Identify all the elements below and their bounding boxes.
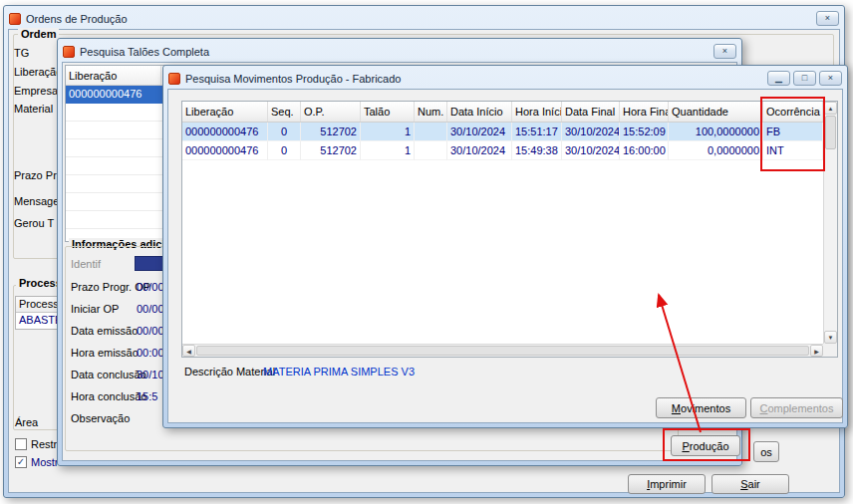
window-title-ordens: Ordens de Produção — [26, 13, 128, 25]
close-icon[interactable]: × — [819, 71, 842, 86]
label-liberacao: Liberação — [14, 66, 62, 78]
descricao-material-value: MATERIA PRIMA SIMPLES V3 — [263, 366, 415, 378]
restricao-checkbox-label[interactable]: Restr — [31, 438, 57, 450]
label-data-emissao: Data emissão — [71, 325, 138, 337]
titlebar-taloes[interactable]: Pesquisa Talões Completa × — [63, 42, 736, 61]
horizontal-scroll-thumb[interactable] — [196, 346, 809, 356]
value-data-conclusao: 30/10 — [137, 369, 164, 380]
scroll-up-icon[interactable]: ▲ — [824, 102, 837, 115]
column-header-data-final[interactable]: Data Final — [562, 102, 620, 122]
cell-quantidade: 100,0000000 — [669, 123, 763, 141]
label-gerou: Gerou T — [14, 217, 54, 229]
column-header-seq[interactable]: Seq. — [268, 102, 301, 122]
column-header-data-inicio[interactable]: Data Início — [447, 102, 512, 122]
value-iniciar-op: 00/00 — [137, 303, 164, 315]
movimentos-grid: Liberação Seq. O.P. Talão Num. Data Iníc… — [181, 101, 838, 358]
cell-hora-inicio: 15:51:17 — [512, 123, 562, 141]
window-title-taloes: Pesquisa Talões Completa — [80, 46, 209, 58]
cell-num — [415, 141, 447, 160]
cell-liberacao: 000000000476 — [182, 141, 268, 160]
column-header-op[interactable]: O.P. — [301, 102, 361, 122]
value-data-emissao: 00/00 — [137, 325, 164, 337]
column-header-liberacao[interactable]: Liberação — [66, 66, 161, 85]
label-identif: Identif — [71, 258, 101, 270]
restricao-checkbox[interactable] — [15, 438, 27, 450]
column-header-talao[interactable]: Talão — [361, 102, 415, 122]
titlebar-ordens[interactable]: Ordens de Produção × — [9, 9, 839, 28]
movimentos-button[interactable]: Movimentos — [656, 397, 746, 418]
cell-data-inicio: 30/10/2024 — [447, 123, 512, 141]
cell-hora-final: 15:52:09 — [620, 123, 669, 141]
scroll-left-icon[interactable]: ◀ — [182, 345, 195, 357]
descricao-material-label: Descrição Material — [184, 366, 275, 378]
label-hora-emissao: Hora emissão — [71, 347, 139, 359]
ordem-group-label: Ordem — [18, 28, 59, 40]
value-prazo-progr-op: 00/00 — [137, 281, 164, 293]
titlebar-movimentos[interactable]: Pesquisa Movimentos Produção - Fabricado… — [168, 69, 842, 88]
grid-row-1[interactable]: 000000000476 0 512702 1 30/10/2024 15:51… — [182, 123, 823, 141]
cell-ocorrencia: INT — [763, 141, 823, 160]
cell-talao: 1 — [361, 141, 415, 160]
minimize-icon[interactable]: ▁ — [767, 71, 790, 86]
cell-data-final: 30/10/2024 — [562, 141, 620, 160]
value-hora-emissao: 00:00 — [137, 347, 164, 359]
cell-talao: 1 — [361, 123, 415, 141]
mostrar-checkbox-label[interactable]: Mostr — [31, 456, 59, 468]
column-header-ocorrencia[interactable]: Ocorrência — [763, 102, 823, 122]
cell-seq: 0 — [268, 141, 301, 160]
cell-hora-inicio: 15:49:38 — [512, 141, 562, 160]
sair-button[interactable]: Sair — [711, 474, 789, 494]
grid-row-2[interactable]: 000000000476 0 512702 1 30/10/2024 15:49… — [182, 141, 823, 160]
label-hora-conclusao: Hora conclusão — [71, 390, 146, 402]
maximize-icon[interactable]: □ — [793, 71, 816, 86]
cell-num — [415, 123, 447, 141]
check-icon: ✓ — [17, 457, 25, 467]
cell-liberacao: 000000000476 — [182, 123, 268, 141]
scrollbar-corner — [823, 344, 837, 357]
label-iniciar-op: Iniciar OP — [71, 303, 119, 315]
window-title-movimentos: Pesquisa Movimentos Produção - Fabricado — [185, 73, 401, 85]
cell-quantidade: 0,0000000 — [669, 141, 763, 160]
partially-hidden-button[interactable]: os — [753, 441, 779, 462]
label-area: Área — [15, 416, 38, 428]
close-icon[interactable]: × — [816, 11, 839, 26]
cell-op: 512702 — [301, 123, 361, 141]
column-header-hora-inicio[interactable]: Hora Início — [512, 102, 562, 122]
label-empresa: Empresa — [14, 85, 58, 97]
column-header-quantidade[interactable]: Quantidade — [669, 102, 763, 122]
column-header-liberacao[interactable]: Liberação — [182, 102, 268, 122]
value-hora-conclusao: 15:5 — [137, 390, 157, 402]
scroll-down-icon[interactable]: ▼ — [824, 331, 837, 344]
label-prazo: Prazo Pr — [14, 169, 57, 181]
label-material: Material — [14, 103, 53, 115]
identif-value-box — [135, 256, 164, 271]
cell-op: 512702 — [301, 141, 361, 160]
horizontal-scrollbar[interactable]: ◀ ▶ — [182, 344, 823, 357]
label-tg: TG — [14, 47, 29, 59]
scroll-right-icon[interactable]: ▶ — [810, 345, 823, 357]
window-pesquisa-movimentos: Pesquisa Movimentos Produção - Fabricado… — [162, 65, 848, 428]
imprimir-button[interactable]: Imprimir — [628, 474, 706, 494]
cell-hora-final: 16:00:00 — [620, 141, 669, 160]
vertical-scrollbar[interactable]: ▲ ▼ — [823, 102, 837, 344]
label-observacao: Observação — [71, 412, 130, 424]
complementos-button[interactable]: Complementos — [750, 397, 843, 418]
column-header-num[interactable]: Num. — [415, 102, 447, 122]
label-data-conclusao: Data conclusão — [71, 369, 146, 380]
producao-button[interactable]: Produção — [671, 435, 740, 456]
cell-ocorrencia: FB — [763, 123, 823, 141]
vertical-scroll-thumb[interactable] — [825, 116, 836, 149]
cell-data-final: 30/10/2024 — [562, 123, 620, 141]
grid-header-row: Liberação Seq. O.P. Talão Num. Data Iníc… — [182, 102, 823, 123]
app-icon — [9, 13, 21, 25]
cell-liberacao: 000000000476 — [66, 86, 161, 104]
close-icon[interactable]: × — [713, 44, 736, 59]
column-header-hora-final[interactable]: Hora Final — [620, 102, 669, 122]
cell-seq: 0 — [268, 123, 301, 141]
app-icon — [63, 46, 75, 58]
movimentos-body: Liberação Seq. O.P. Talão Num. Data Iníc… — [167, 89, 843, 423]
mostrar-checkbox[interactable]: ✓ — [15, 456, 27, 468]
cell-data-inicio: 30/10/2024 — [447, 141, 512, 160]
app-icon — [168, 73, 180, 85]
